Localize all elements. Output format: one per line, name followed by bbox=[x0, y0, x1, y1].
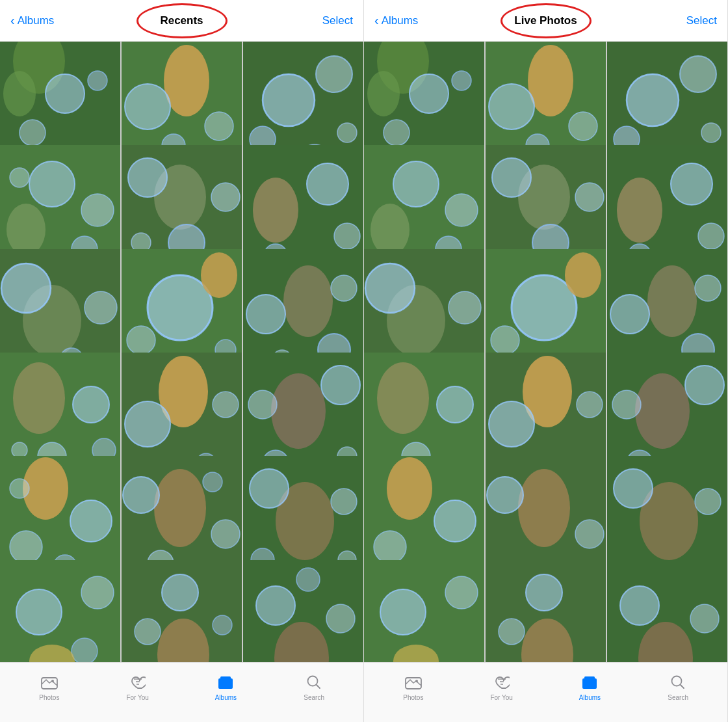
svg-point-101 bbox=[51, 680, 54, 682]
svg-point-172 bbox=[487, 477, 523, 513]
photo-cell[interactable] bbox=[122, 560, 242, 662]
svg-point-163 bbox=[685, 366, 724, 405]
photo-cell[interactable] bbox=[486, 353, 606, 473]
svg-rect-107 bbox=[226, 686, 230, 688]
svg-point-180 bbox=[445, 576, 478, 609]
photo-cell[interactable] bbox=[0, 249, 120, 369]
svg-point-127 bbox=[445, 194, 478, 226]
svg-point-149 bbox=[647, 265, 697, 337]
chevron-left-icon: ‹ bbox=[10, 13, 15, 28]
photo-cell[interactable] bbox=[122, 145, 242, 265]
tab-label-foryou-recents: For You bbox=[126, 694, 148, 701]
photo-cell[interactable] bbox=[486, 145, 606, 265]
photo-cell[interactable] bbox=[364, 456, 484, 576]
svg-point-12 bbox=[263, 74, 315, 126]
tab-foryou-recents[interactable]: For You bbox=[94, 673, 182, 701]
svg-point-171 bbox=[518, 469, 570, 547]
svg-point-47 bbox=[331, 275, 357, 301]
svg-point-36 bbox=[1, 263, 51, 313]
photo-cell[interactable] bbox=[122, 353, 242, 473]
photo-cell[interactable] bbox=[0, 560, 120, 662]
photo-cell[interactable] bbox=[364, 42, 484, 162]
svg-point-25 bbox=[128, 158, 167, 197]
svg-point-91 bbox=[162, 574, 198, 611]
photo-cell[interactable] bbox=[0, 353, 120, 473]
foryou-icon-2 bbox=[493, 673, 511, 691]
photo-cell[interactable] bbox=[0, 42, 120, 162]
photo-cell[interactable] bbox=[486, 42, 606, 162]
svg-point-5 bbox=[3, 71, 36, 116]
photo-cell[interactable] bbox=[607, 145, 727, 265]
photo-cell[interactable] bbox=[607, 42, 727, 162]
search-icon-recents bbox=[305, 673, 323, 691]
photo-cell[interactable] bbox=[486, 560, 606, 662]
tab-foryou-livephotos[interactable]: For You bbox=[458, 673, 546, 701]
svg-point-173 bbox=[575, 520, 604, 548]
photo-cell[interactable] bbox=[243, 560, 363, 662]
page-title-livephotos: Live Photos bbox=[514, 14, 577, 27]
tab-search-livephotos[interactable]: Search bbox=[634, 673, 722, 701]
svg-point-112 bbox=[384, 120, 410, 146]
svg-point-46 bbox=[246, 295, 285, 334]
svg-point-64 bbox=[248, 390, 277, 419]
photo-cell[interactable] bbox=[607, 353, 727, 473]
svg-point-162 bbox=[635, 373, 690, 449]
back-button-livephotos[interactable]: ‹ Albums bbox=[374, 13, 418, 28]
svg-point-76 bbox=[211, 520, 240, 548]
tab-label-albums-livephotos: Albums bbox=[579, 694, 601, 701]
svg-point-82 bbox=[331, 488, 357, 515]
photo-cell[interactable] bbox=[364, 249, 484, 369]
svg-rect-103 bbox=[220, 676, 231, 679]
photo-cell[interactable] bbox=[243, 353, 363, 473]
svg-point-136 bbox=[617, 178, 662, 243]
photo-cell[interactable] bbox=[607, 560, 727, 662]
photo-cell[interactable] bbox=[122, 42, 242, 162]
svg-point-20 bbox=[6, 204, 46, 256]
photo-cell[interactable] bbox=[607, 249, 727, 369]
photo-cell[interactable] bbox=[0, 145, 120, 265]
svg-rect-195 bbox=[590, 680, 594, 684]
tab-search-recents[interactable]: Search bbox=[270, 673, 358, 701]
back-button-recents[interactable]: ‹ Albums bbox=[10, 13, 54, 28]
select-button-livephotos[interactable]: Select bbox=[686, 14, 717, 27]
photo-cell[interactable] bbox=[243, 456, 363, 576]
svg-point-87 bbox=[81, 576, 114, 609]
photo-cell[interactable] bbox=[364, 353, 484, 473]
svg-point-41 bbox=[201, 252, 237, 298]
svg-rect-193 bbox=[584, 676, 595, 679]
tab-label-search-livephotos: Search bbox=[668, 694, 688, 701]
svg-point-155 bbox=[437, 386, 473, 423]
photo-cell[interactable] bbox=[0, 456, 120, 576]
tab-photos-livephotos[interactable]: Photos bbox=[369, 673, 458, 701]
svg-point-132 bbox=[492, 158, 531, 197]
photo-cell[interactable] bbox=[486, 249, 606, 369]
tab-label-albums-recents: Albums bbox=[215, 694, 237, 701]
tab-photos-recents[interactable]: Photos bbox=[5, 673, 94, 701]
photo-cell[interactable] bbox=[122, 456, 242, 576]
svg-point-138 bbox=[698, 223, 724, 249]
photo-cell[interactable] bbox=[122, 249, 242, 369]
svg-point-143 bbox=[448, 291, 481, 324]
back-label-livephotos: Albums bbox=[382, 14, 419, 27]
select-button-recents[interactable]: Select bbox=[322, 14, 353, 27]
albums-icon-active bbox=[216, 673, 235, 691]
svg-point-4 bbox=[88, 71, 107, 90]
tab-label-foryou-livephotos: For You bbox=[490, 694, 512, 701]
svg-point-81 bbox=[250, 469, 289, 508]
tab-albums-recents[interactable]: Albums bbox=[182, 673, 270, 701]
page-title-recents: Recents bbox=[160, 14, 203, 27]
photo-cell[interactable] bbox=[364, 560, 484, 662]
photo-cell[interactable] bbox=[607, 456, 727, 576]
photo-cell[interactable] bbox=[243, 249, 363, 369]
svg-point-42 bbox=[127, 326, 155, 354]
svg-point-108 bbox=[308, 676, 318, 686]
photo-cell[interactable] bbox=[486, 456, 606, 576]
photo-cell[interactable] bbox=[364, 145, 484, 265]
svg-point-92 bbox=[135, 619, 161, 645]
photo-grid-recents bbox=[0, 42, 363, 662]
foryou-icon bbox=[129, 673, 147, 691]
photo-cell[interactable] bbox=[243, 42, 363, 162]
photo-cell[interactable] bbox=[243, 145, 363, 265]
tab-albums-livephotos[interactable]: Albums bbox=[546, 673, 634, 701]
svg-point-3 bbox=[20, 120, 46, 146]
